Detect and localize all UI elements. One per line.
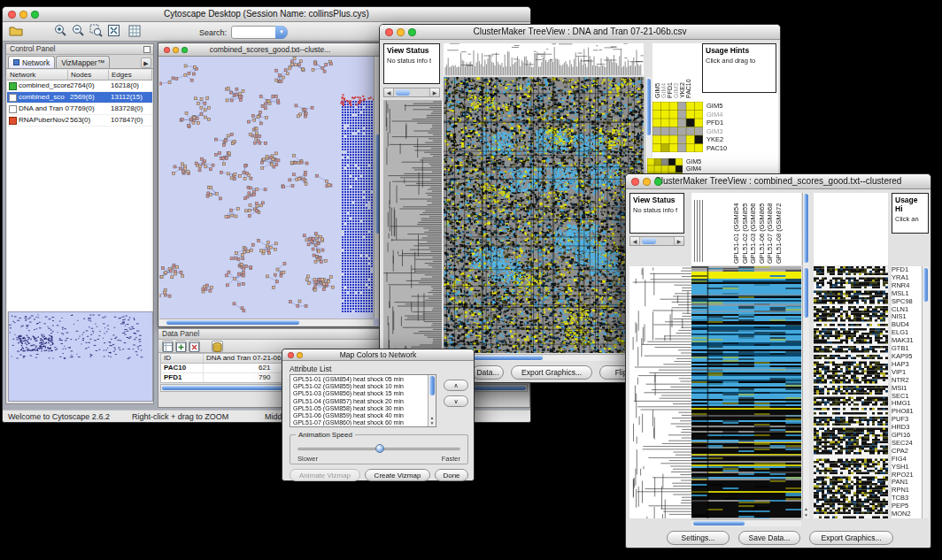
zoom-window-button[interactable]: [408, 28, 416, 36]
matrix-column-label[interactable]: PAC10: [685, 43, 691, 98]
network-list-row[interactable]: combined_sco 2569(6) 13112(15): [7, 92, 152, 104]
gene-list-scrollbar[interactable]: [922, 266, 929, 518]
minimize-button[interactable]: [173, 47, 179, 53]
array-column-label[interactable]: GPL51-03 (GSM856: [749, 195, 758, 264]
zoom-selected-button[interactable]: [88, 24, 104, 40]
main-titlebar[interactable]: Cytoscape Desktop (Session Name: collins…: [3, 7, 530, 22]
grid-view-button[interactable]: [127, 24, 143, 40]
create-vizmap-button[interactable]: Create Vizmap: [365, 469, 430, 481]
close-button[interactable]: [8, 11, 16, 19]
zoom-window-button[interactable]: [654, 178, 662, 186]
nav-track[interactable]: [394, 88, 429, 96]
matrix-row-label[interactable]: PAC10: [706, 144, 727, 153]
heatmap-canvas[interactable]: [691, 266, 801, 518]
network-list-row[interactable]: combined_scores 2764(0) 16218(0): [7, 81, 152, 92]
matrix-row-label[interactable]: GIM5: [706, 102, 727, 111]
scrollbar-thumb[interactable]: [166, 320, 299, 325]
label-panel-scrollbar[interactable]: [802, 193, 809, 265]
save-data-button[interactable]: Data...: [472, 365, 504, 380]
attribute-list-item[interactable]: GPL51-02 (GSM855) heat shock 10 min: [291, 383, 427, 390]
zoom-out-button[interactable]: [70, 24, 86, 40]
minimize-button[interactable]: [297, 352, 303, 358]
matrix-column-label[interactable]: GIM3: [673, 43, 679, 98]
array-column-label[interactable]: GPL51-07 (GSM868: [766, 195, 775, 264]
secondary-heatmap-canvas[interactable]: [814, 266, 888, 518]
network-horizontal-scrollbar[interactable]: [159, 318, 374, 326]
heatmap-vertical-scrollbar[interactable]: ▲ ▼: [802, 266, 809, 518]
scrollbar-thumb[interactable]: [693, 521, 745, 525]
birdseye-view-canvas[interactable]: [8, 311, 153, 402]
tab-network[interactable]: Network: [8, 56, 55, 68]
attribute-list-item[interactable]: GPL51-05 (GSM858) heat shock 30 min: [291, 405, 427, 412]
nav-thumb[interactable]: [642, 238, 656, 244]
column-network[interactable]: Network: [7, 70, 68, 80]
heatmap-canvas[interactable]: [444, 77, 644, 353]
network-canvas[interactable]: [159, 57, 375, 319]
settings-button[interactable]: Settings...: [667, 531, 730, 545]
scrollbar-thumb[interactable]: [429, 376, 435, 395]
scrollbar-thumb[interactable]: [646, 79, 651, 135]
nav-right-icon[interactable]: ▶: [429, 88, 439, 96]
array-column-label[interactable]: GPL51-08 (GSM872: [775, 195, 784, 264]
treeview-combined-titlebar[interactable]: ClusterMaker TreeView : combined_scores_…: [626, 174, 930, 189]
minimize-button[interactable]: [19, 11, 27, 19]
nav-right-icon[interactable]: ▶: [674, 237, 683, 245]
search-input[interactable]: ▼: [231, 26, 288, 39]
slider-thumb[interactable]: [375, 444, 384, 453]
array-column-label[interactable]: GPL51-02 (GSM855: [741, 195, 750, 264]
matrix-row-label[interactable]: GIM3: [706, 127, 727, 136]
matrix-column-label[interactable]: GIM4: [660, 43, 667, 98]
attribute-list-item[interactable]: GPL51-04 (GSM857) heat shock 20 min: [291, 398, 427, 405]
array-column-label[interactable]: GPL51-01 (GSM854: [732, 195, 741, 264]
network-list-row[interactable]: DNA and Tran 07 7769(0) 183728(0): [7, 104, 152, 115]
float-panel-icon[interactable]: [143, 46, 151, 53]
network-window-titlebar[interactable]: combined_scores_good.txt--cluste...: [158, 43, 382, 57]
search-dropdown-icon[interactable]: ▼: [275, 26, 288, 39]
move-down-button[interactable]: ∨: [444, 395, 468, 407]
column-nodes[interactable]: Nodes: [68, 70, 109, 80]
tab-vizmapper[interactable]: VizMapper™: [56, 56, 110, 68]
column-dendrogram-canvas[interactable]: [444, 43, 644, 75]
matrix-row-label[interactable]: YKE2: [706, 135, 727, 144]
matrix-row-label[interactable]: PFD1: [706, 119, 727, 127]
scrollbar-thumb[interactable]: [923, 268, 928, 302]
heatmap-horizontal-scrollbar[interactable]: [691, 519, 801, 526]
select-attributes-button[interactable]: [162, 341, 174, 352]
close-button[interactable]: [631, 178, 639, 186]
close-button[interactable]: [385, 28, 393, 36]
zoom-nav-control[interactable]: ◀ ▶: [383, 88, 440, 97]
animation-speed-slider[interactable]: [297, 443, 460, 454]
tab-overflow-button[interactable]: ▶: [141, 58, 151, 68]
scrollbar-thumb[interactable]: [804, 194, 808, 263]
treeview-dna-titlebar[interactable]: ClusterMaker TreeView : DNA and Tran 07-…: [380, 25, 780, 40]
attribute-list-item[interactable]: GPL51-03 (GSM856) heat shock 15 min: [291, 390, 427, 397]
move-up-button[interactable]: ∧: [444, 380, 468, 391]
zoom-nav-control[interactable]: ◀ ▶: [629, 236, 684, 246]
export-graphics-button[interactable]: Export Graphics...: [809, 531, 893, 545]
minimize-button[interactable]: [397, 28, 405, 36]
done-button[interactable]: Done: [435, 469, 468, 481]
nav-left-icon[interactable]: ◀: [630, 237, 640, 245]
matrix-row-label[interactable]: GIM4: [686, 165, 706, 173]
nav-track[interactable]: [640, 237, 674, 245]
export-graphics-button[interactable]: Export Graphics...: [511, 365, 592, 380]
row-dendrogram-canvas[interactable]: [629, 266, 691, 518]
zoom-fit-button[interactable]: [105, 24, 121, 40]
matrix-row-label[interactable]: GIM5: [686, 158, 706, 165]
attribute-list-item[interactable]: GPL51-07 (GSM860) heat shock 60 min: [291, 419, 427, 426]
array-column-label[interactable]: GPL51-06 (GSM865: [758, 195, 767, 264]
column-edges[interactable]: Edges: [109, 70, 152, 80]
matrix-row-label[interactable]: GIM4: [706, 111, 727, 119]
matrix-column-label[interactable]: YKE2: [679, 43, 685, 98]
close-button[interactable]: [164, 47, 170, 53]
zoom-window-button[interactable]: [31, 11, 39, 19]
matrix-column-label[interactable]: GIM5: [654, 43, 660, 98]
attribute-list-scrollbar[interactable]: ▲ ▼: [428, 375, 436, 426]
nav-thumb[interactable]: [396, 89, 410, 96]
matrix-column-label[interactable]: PFD1: [667, 43, 673, 98]
column-id[interactable]: ID: [161, 354, 204, 363]
zoom-window-button[interactable]: [181, 47, 188, 53]
scroll-down-icon[interactable]: ▼: [429, 420, 436, 426]
network-list-row[interactable]: RNAPuberNov2 563(0) 107847(0): [7, 115, 152, 127]
gene-label[interactable]: MON2: [892, 510, 922, 518]
